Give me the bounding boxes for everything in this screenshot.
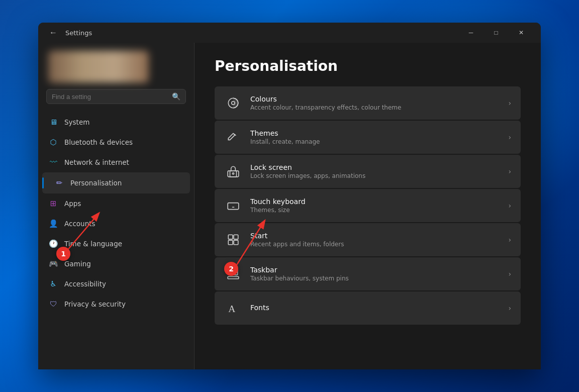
- themes-chevron-icon: ›: [508, 133, 511, 141]
- annotation-circle-1: 1: [56, 247, 70, 261]
- settings-item-fonts[interactable]: AFonts›: [215, 291, 521, 325]
- privacy-icon: 🛡: [48, 299, 58, 309]
- sidebar-label-accounts: Accounts: [64, 220, 95, 228]
- taskbar-text: TaskbarTaskbar behaviours, system pins: [250, 266, 500, 282]
- lockscreen-text: Lock screenLock screen images, apps, ani…: [250, 163, 500, 179]
- sidebar-label-apps: Apps: [64, 200, 81, 208]
- avatar: [48, 51, 149, 83]
- fonts-icon: A: [224, 299, 242, 317]
- sidebar-item-network[interactable]: 〰Network & internet: [42, 152, 190, 172]
- sidebar-item-bluetooth[interactable]: ⬡Bluetooth & devices: [42, 132, 190, 152]
- window-title: Settings: [65, 29, 92, 37]
- sidebar-label-gaming: Gaming: [64, 260, 91, 268]
- annotation-1: 1: [56, 247, 70, 261]
- sidebar-item-personalisation[interactable]: ✏Personalisation: [42, 172, 190, 193]
- svg-rect-8: [228, 240, 233, 245]
- taskbar-chevron-icon: ›: [508, 270, 511, 278]
- taskbar-desc: Taskbar behaviours, system pins: [250, 275, 500, 282]
- main-panel: Personalisation ColoursAccent colour, tr…: [195, 43, 541, 369]
- search-area: 🔍: [38, 89, 194, 110]
- sidebar-label-accessibility: Accessibility: [64, 280, 106, 288]
- fonts-title: Fonts: [250, 304, 500, 312]
- taskbar-title: Taskbar: [250, 266, 500, 274]
- network-icon: 〰: [48, 157, 58, 167]
- annotation-2: 2: [224, 262, 238, 276]
- sidebar-label-system: System: [64, 118, 89, 126]
- svg-rect-5: [228, 203, 239, 210]
- search-input[interactable]: [52, 93, 168, 101]
- colours-icon: [224, 94, 242, 112]
- sidebar-item-accounts[interactable]: 👤Accounts: [42, 214, 190, 234]
- apps-icon: ⊞: [48, 199, 58, 209]
- personalisation-icon: ✏: [54, 178, 64, 188]
- sidebar-label-time: Time & language: [64, 240, 122, 248]
- start-title: Start: [250, 232, 500, 240]
- sidebar-label-bluetooth: Bluetooth & devices: [64, 138, 133, 146]
- accessibility-icon: ♿: [48, 279, 58, 289]
- touchkeyboard-desc: Themes, size: [250, 207, 500, 214]
- sidebar-item-system[interactable]: 🖥System: [42, 112, 190, 132]
- start-text: StartRecent apps and items, folders: [250, 232, 500, 248]
- sidebar-label-personalisation: Personalisation: [70, 179, 122, 187]
- lockscreen-desc: Lock screen images, apps, animations: [250, 172, 500, 179]
- fonts-text: Fonts: [250, 304, 500, 313]
- svg-rect-3: [230, 171, 237, 177]
- themes-title: Themes: [250, 129, 500, 137]
- minimize-button[interactable]: ─: [459, 25, 482, 41]
- fonts-chevron-icon: ›: [508, 304, 511, 312]
- system-icon: 🖥: [48, 117, 58, 127]
- bluetooth-icon: ⬡: [48, 137, 58, 147]
- close-button[interactable]: ✕: [510, 25, 533, 41]
- page-title: Personalisation: [215, 58, 521, 74]
- sidebar-item-accessibility[interactable]: ♿Accessibility: [42, 274, 190, 294]
- colours-chevron-icon: ›: [508, 99, 511, 107]
- annotation-circle-2: 2: [224, 262, 238, 276]
- touchkeyboard-chevron-icon: ›: [508, 202, 511, 210]
- svg-rect-2: [228, 171, 239, 177]
- settings-window: ← Settings ─ □ ✕ 🔍 🖥System⬡Bluetooth & d…: [38, 23, 541, 369]
- lockscreen-icon: [224, 162, 242, 180]
- touchkeyboard-icon: [224, 197, 242, 215]
- touchkeyboard-text: Touch keyboardThemes, size: [250, 198, 500, 214]
- colours-desc: Accent colour, transparency effects, col…: [250, 104, 500, 111]
- search-box[interactable]: 🔍: [46, 89, 186, 104]
- svg-rect-7: [234, 235, 238, 239]
- svg-rect-10: [228, 276, 239, 278]
- search-icon: 🔍: [172, 92, 180, 101]
- titlebar: ← Settings ─ □ ✕: [38, 23, 541, 43]
- start-desc: Recent apps and items, folders: [250, 241, 500, 248]
- settings-item-themes[interactable]: ThemesInstall, create, manage›: [215, 121, 521, 154]
- content-area: 🔍 🖥System⬡Bluetooth & devices〰Network & …: [38, 43, 541, 369]
- active-indicator: [42, 177, 44, 188]
- colours-title: Colours: [250, 95, 500, 103]
- themes-desc: Install, create, manage: [250, 138, 500, 145]
- themes-text: ThemesInstall, create, manage: [250, 129, 500, 145]
- settings-list: ColoursAccent colour, transparency effec…: [215, 86, 521, 325]
- svg-text:A: A: [228, 304, 235, 314]
- sidebar-item-privacy[interactable]: 🛡Privacy & security: [42, 294, 190, 314]
- back-button[interactable]: ←: [46, 26, 60, 39]
- settings-item-colours[interactable]: ColoursAccent colour, transparency effec…: [215, 86, 521, 120]
- sidebar-label-network: Network & internet: [64, 158, 129, 166]
- sidebar: 🔍 🖥System⬡Bluetooth & devices〰Network & …: [38, 43, 194, 369]
- titlebar-controls: ─ □ ✕: [459, 25, 533, 41]
- svg-rect-9: [234, 240, 238, 245]
- settings-item-start[interactable]: StartRecent apps and items, folders›: [215, 223, 521, 256]
- lockscreen-title: Lock screen: [250, 163, 500, 171]
- settings-item-taskbar[interactable]: TaskbarTaskbar behaviours, system pins›: [215, 257, 521, 290]
- themes-icon: [224, 128, 242, 146]
- settings-item-lockscreen[interactable]: Lock screenLock screen images, apps, ani…: [215, 155, 521, 188]
- avatar-area: [38, 43, 194, 89]
- maximize-button[interactable]: □: [485, 25, 508, 41]
- settings-item-touchkeyboard[interactable]: Touch keyboardThemes, size›: [215, 189, 521, 222]
- colours-text: ColoursAccent colour, transparency effec…: [250, 95, 500, 111]
- sidebar-nav: 🖥System⬡Bluetooth & devices〰Network & in…: [38, 110, 194, 364]
- sidebar-item-apps[interactable]: ⊞Apps: [42, 193, 190, 214]
- accounts-icon: 👤: [48, 219, 58, 229]
- sidebar-label-privacy: Privacy & security: [64, 300, 126, 308]
- start-chevron-icon: ›: [508, 236, 511, 244]
- svg-point-4: [232, 173, 234, 174]
- titlebar-left: ← Settings: [46, 26, 92, 39]
- start-icon: [224, 231, 242, 249]
- lockscreen-chevron-icon: ›: [508, 167, 511, 175]
